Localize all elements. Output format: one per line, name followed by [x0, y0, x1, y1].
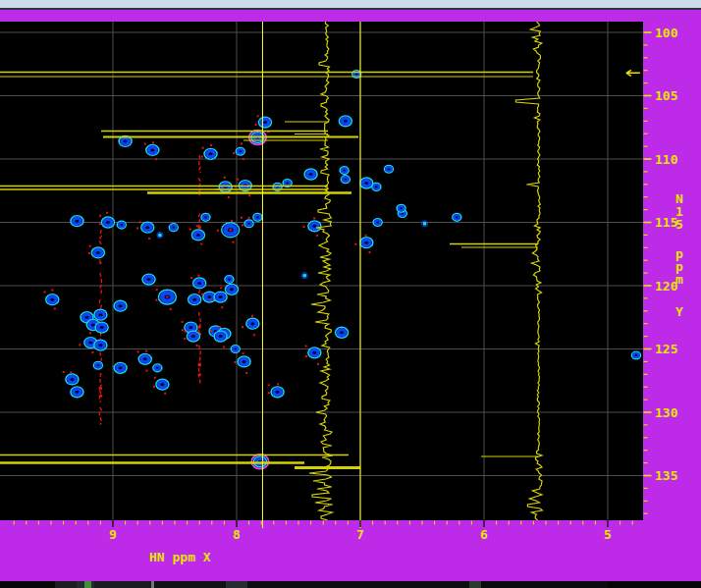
y-axis-title: N15ppmY — [675, 191, 683, 319]
crosspeak[interactable] — [336, 327, 349, 338]
x-axis-title: HN ppm X — [149, 550, 211, 564]
crosspeak[interactable] — [225, 284, 238, 294]
crosspeak[interactable] — [340, 167, 349, 175]
x-tick-label: 9 — [109, 527, 117, 542]
crosspeak[interactable] — [114, 362, 127, 373]
crosspeak[interactable] — [93, 361, 102, 369]
svg-text:Y: Y — [675, 304, 683, 319]
svg-text:m: m — [675, 272, 683, 287]
svg-text:5: 5 — [675, 217, 683, 232]
x-tick-label: 5 — [604, 527, 612, 542]
crosspeak[interactable] — [189, 294, 201, 305]
y-tick-label: 125 — [655, 342, 677, 356]
crosspeak[interactable] — [114, 300, 127, 311]
y-tick-label: 130 — [655, 405, 678, 420]
y-tick-label: 115 — [655, 215, 677, 230]
y-tick-label: 105 — [655, 88, 677, 103]
y-tick-label: 135 — [655, 468, 677, 483]
crosspeak[interactable] — [94, 309, 107, 320]
crosspeak[interactable] — [453, 214, 461, 222]
crosspeak[interactable] — [253, 214, 262, 222]
crosspeak[interactable] — [304, 169, 317, 180]
crosspeak[interactable] — [397, 205, 405, 213]
crosspeak[interactable] — [169, 224, 178, 232]
crosspeak[interactable] — [153, 364, 162, 372]
crosspeak[interactable] — [631, 351, 640, 359]
crosspeak[interactable] — [95, 322, 108, 333]
crosspeak[interactable] — [360, 178, 373, 188]
crosspeak[interactable] — [339, 116, 351, 127]
plot-area[interactable] — [0, 22, 643, 520]
crosspeak[interactable] — [384, 166, 393, 174]
crosspeak[interactable] — [71, 216, 83, 227]
spectrum-canvas[interactable]: 98765100105110115120125130135 HN ppm X N… — [0, 0, 701, 588]
crosspeak[interactable] — [373, 219, 382, 227]
crosspeak[interactable] — [372, 184, 381, 191]
crosspeak[interactable] — [225, 276, 234, 284]
crosspeak[interactable] — [201, 214, 210, 222]
x-tick-label: 7 — [356, 527, 364, 542]
crosspeak[interactable] — [71, 387, 83, 398]
y-tick-label: 100 — [655, 26, 678, 40]
crosspeak[interactable] — [117, 221, 126, 229]
y-tick-label: 110 — [655, 152, 678, 167]
crosspeak[interactable] — [231, 346, 240, 353]
x-tick-label: 6 — [480, 527, 488, 542]
crosspeak[interactable] — [341, 176, 350, 184]
x-tick-label: 8 — [233, 527, 241, 542]
crosspeak[interactable] — [94, 340, 107, 350]
crosspeak[interactable] — [142, 274, 155, 285]
